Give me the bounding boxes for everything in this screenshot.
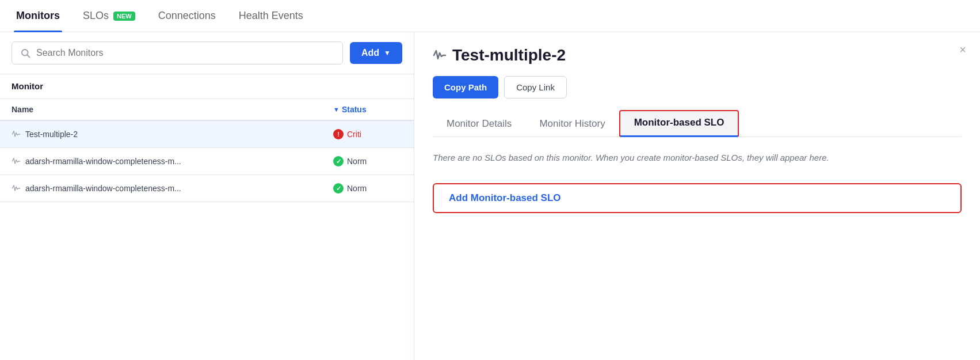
tab-health-events-label: Health Events xyxy=(239,10,303,22)
monitor-waveform-icon xyxy=(12,157,21,166)
tab-slo-label: Monitor-based SLO xyxy=(634,117,724,128)
table-header: Monitor xyxy=(0,74,414,99)
column-status[interactable]: ▼ Status xyxy=(333,105,402,114)
column-name: Name xyxy=(12,105,333,114)
add-button-label: Add xyxy=(361,48,379,58)
tab-slos-label: SLOs xyxy=(83,10,109,22)
search-bar: Add ▼ xyxy=(0,32,414,74)
main-content: Add ▼ Monitor Name ▼ Status xyxy=(0,32,980,360)
table-columns: Name ▼ Status xyxy=(0,99,414,121)
tab-details-label: Monitor Details xyxy=(447,118,512,129)
tab-health-events[interactable]: Health Events xyxy=(237,0,306,32)
detail-tabs: Monitor Details Monitor History Monitor-… xyxy=(433,110,962,137)
critical-icon: ! xyxy=(333,129,344,139)
svg-point-0 xyxy=(22,50,28,56)
row-monitor-name: adarsh-rmamilla-window-completeness-m... xyxy=(25,157,181,166)
copy-link-button[interactable]: Copy Link xyxy=(504,76,567,98)
sort-icon: ▼ xyxy=(333,106,340,113)
row-name: adarsh-rmamilla-window-completeness-m... xyxy=(12,184,333,193)
table-header-title: Monitor xyxy=(12,81,43,91)
table-row[interactable]: Test-multiple-2 ! Criti xyxy=(0,121,414,148)
status-label: Criti xyxy=(347,130,361,139)
status-label: Norm xyxy=(347,184,367,193)
monitor-waveform-icon xyxy=(12,130,21,139)
normal-icon: ✓ xyxy=(333,156,344,166)
monitor-title-row: Test-multiple-2 xyxy=(433,46,962,65)
monitor-title: Test-multiple-2 xyxy=(452,46,566,65)
close-button[interactable]: × xyxy=(959,44,966,55)
row-monitor-name: adarsh-rmamilla-window-completeness-m... xyxy=(25,184,181,193)
tab-monitor-details[interactable]: Monitor Details xyxy=(433,112,525,137)
tab-monitors-label: Monitors xyxy=(16,10,60,22)
row-name: adarsh-rmamilla-window-completeness-m... xyxy=(12,157,333,166)
tab-slos[interactable]: SLOs NEW xyxy=(81,0,138,32)
chevron-down-icon: ▼ xyxy=(384,49,391,57)
tab-monitors[interactable]: Monitors xyxy=(14,0,62,32)
row-status: ✓ Norm xyxy=(333,183,402,194)
status-label: Norm xyxy=(347,157,367,166)
slo-empty-text: There are no SLOs based on this monitor.… xyxy=(433,151,836,165)
row-status: ! Criti xyxy=(333,129,402,139)
table-row[interactable]: adarsh-rmamilla-window-completeness-m...… xyxy=(0,148,414,175)
monitor-waveform-icon xyxy=(12,184,21,193)
row-monitor-name: Test-multiple-2 xyxy=(25,130,78,139)
slos-new-badge: NEW xyxy=(113,12,135,21)
table-row[interactable]: adarsh-rmamilla-window-completeness-m...… xyxy=(0,175,414,202)
tab-connections[interactable]: Connections xyxy=(156,0,218,32)
tab-connections-label: Connections xyxy=(158,10,216,22)
add-button[interactable]: Add ▼ xyxy=(350,42,402,64)
search-input[interactable] xyxy=(36,48,334,58)
copy-path-button[interactable]: Copy Path xyxy=(433,76,498,98)
svg-line-1 xyxy=(28,55,30,58)
row-status: ✓ Norm xyxy=(333,156,402,166)
monitor-title-icon xyxy=(433,48,447,62)
action-buttons: Copy Path Copy Link xyxy=(433,76,962,98)
search-icon xyxy=(20,48,30,58)
top-nav: Monitors SLOs NEW Connections Health Eve… xyxy=(0,0,980,32)
tab-monitor-slo[interactable]: Monitor-based SLO xyxy=(619,110,739,137)
column-status-label: Status xyxy=(342,105,367,114)
left-panel: Add ▼ Monitor Name ▼ Status xyxy=(0,32,414,360)
add-slo-button-wrapper: Add Monitor-based SLO xyxy=(433,183,962,213)
table-scroll: Test-multiple-2 ! Criti adarsh-rmamilla-… xyxy=(0,121,414,360)
search-input-wrapper[interactable] xyxy=(12,41,343,65)
add-slo-button[interactable]: Add Monitor-based SLO xyxy=(435,185,575,211)
tab-history-label: Monitor History xyxy=(539,118,605,129)
row-name: Test-multiple-2 xyxy=(12,130,333,139)
tab-monitor-history[interactable]: Monitor History xyxy=(525,112,619,137)
normal-icon: ✓ xyxy=(333,183,344,194)
right-panel: × Test-multiple-2 Copy Path Copy Link Mo… xyxy=(414,32,980,360)
